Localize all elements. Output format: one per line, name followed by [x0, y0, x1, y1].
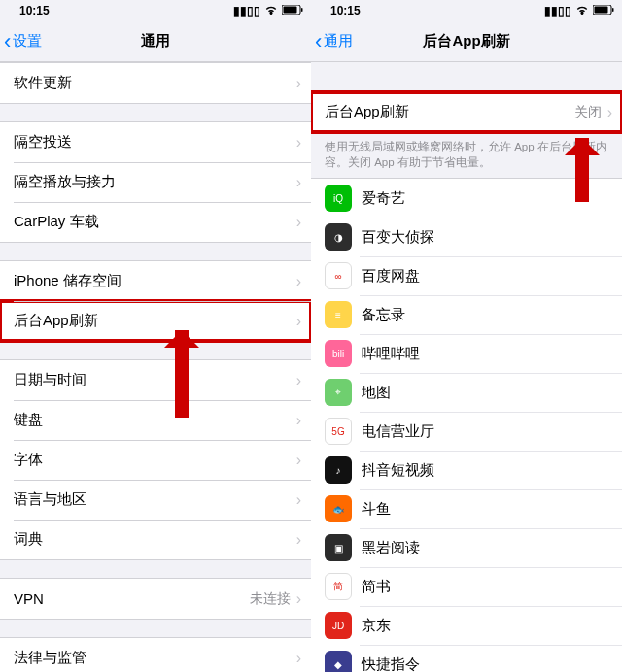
- app-row[interactable]: ⌖地图: [311, 373, 622, 412]
- app-row[interactable]: JD京东: [311, 606, 622, 645]
- svg-rect-2: [301, 8, 303, 12]
- back-button[interactable]: ‹ 设置: [0, 31, 42, 52]
- chevron-left-icon: ‹: [4, 31, 11, 52]
- row-label: iPhone 储存空间: [14, 272, 296, 290]
- app-icon: ◆: [325, 651, 352, 672]
- row-label: 隔空播放与接力: [14, 173, 296, 191]
- app-row[interactable]: 简简书: [311, 567, 622, 606]
- back-label: 通用: [324, 32, 353, 50]
- status-icons: ▮▮▯▯: [544, 4, 614, 17]
- app-name: 地图: [362, 384, 622, 402]
- wifi-icon: [264, 4, 278, 17]
- settings-row[interactable]: 隔空播放与接力›: [0, 162, 311, 202]
- settings-row[interactable]: 隔空投送›: [0, 122, 311, 162]
- wifi-icon: [575, 4, 589, 17]
- app-icon: ⌖: [325, 379, 352, 406]
- app-row[interactable]: ◆快捷指令: [311, 645, 622, 672]
- chevron-right-icon: ›: [296, 531, 301, 549]
- app-row[interactable]: 5G电信营业厅: [311, 412, 622, 451]
- row-label: CarPlay 车载: [14, 213, 296, 231]
- settings-row[interactable]: 语言与地区›: [0, 480, 311, 520]
- app-icon: ∞: [325, 262, 352, 289]
- page-title: 后台App刷新: [311, 32, 622, 50]
- row-label: 后台App刷新: [14, 312, 296, 330]
- app-name: 电信营业厅: [362, 422, 622, 441]
- app-name: 简书: [362, 578, 622, 596]
- app-row[interactable]: ▣黑岩阅读: [311, 528, 622, 567]
- app-row[interactable]: ≡备忘录: [311, 295, 622, 334]
- arrow-annotation: [575, 138, 589, 202]
- app-icon: iQ: [325, 185, 352, 212]
- chevron-right-icon: ›: [296, 174, 301, 191]
- status-icons: ▮▮▯▯: [233, 4, 303, 17]
- app-name: 百变大侦探: [362, 228, 622, 247]
- chevron-right-icon: ›: [296, 372, 301, 389]
- row-label: 字体: [14, 451, 296, 469]
- svg-rect-4: [595, 7, 608, 14]
- settings-row[interactable]: 后台App刷新›: [0, 301, 311, 341]
- battery-icon: [282, 4, 303, 17]
- svg-rect-1: [284, 7, 297, 14]
- status-bar: 10:15 ▮▮▯▯: [0, 0, 311, 21]
- settings-row[interactable]: 日期与时间›: [0, 360, 311, 400]
- app-icon: ♪: [325, 456, 352, 484]
- app-row[interactable]: 🐟斗鱼: [311, 489, 622, 528]
- signal-icon: ▮▮▯▯: [544, 4, 571, 17]
- app-icon: ≡: [325, 301, 352, 328]
- back-label: 设置: [13, 32, 42, 50]
- app-row[interactable]: ♪抖音短视频: [311, 451, 622, 489]
- chevron-right-icon: ›: [296, 650, 301, 667]
- status-time: 10:15: [19, 4, 50, 17]
- app-icon: ▣: [325, 534, 352, 561]
- settings-row[interactable]: iPhone 储存空间›: [0, 261, 311, 301]
- row-value: 未连接: [250, 590, 291, 608]
- row-label: 语言与地区: [14, 490, 296, 509]
- screen-right: 10:15 ▮▮▯▯ ‹ 通用 后台App刷新 后台App刷新 关闭 › 使用无…: [311, 0, 622, 672]
- row-label: 日期与时间: [14, 371, 296, 389]
- row-value: 关闭: [574, 104, 602, 121]
- app-icon: 简: [325, 573, 352, 600]
- chevron-right-icon: ›: [296, 273, 301, 290]
- settings-row[interactable]: 字体›: [0, 440, 311, 480]
- chevron-right-icon: ›: [296, 491, 301, 509]
- row-label: VPN: [14, 590, 250, 607]
- svg-rect-5: [612, 8, 614, 12]
- app-name: 备忘录: [362, 306, 622, 324]
- app-icon: ◑: [325, 223, 352, 251]
- chevron-left-icon: ‹: [315, 31, 322, 52]
- row-label: 键盘: [14, 411, 296, 429]
- app-row[interactable]: ∞百度网盘: [311, 256, 622, 295]
- battery-icon: [593, 4, 614, 17]
- app-name: 百度网盘: [362, 267, 622, 286]
- app-name: 京东: [362, 617, 622, 635]
- app-icon: 🐟: [325, 495, 352, 522]
- nav-bar: ‹ 通用 后台App刷新: [311, 21, 622, 62]
- app-row[interactable]: bili哔哩哔哩: [311, 334, 622, 373]
- settings-row[interactable]: VPN未连接›: [0, 579, 311, 619]
- app-icon: JD: [325, 612, 352, 639]
- chevron-right-icon: ›: [296, 452, 301, 469]
- page-title: 通用: [0, 32, 311, 50]
- settings-row[interactable]: 键盘›: [0, 400, 311, 440]
- app-name: 哔哩哔哩: [362, 345, 622, 363]
- status-bar: 10:15 ▮▮▯▯: [311, 0, 622, 21]
- app-row[interactable]: ◑百变大侦探: [311, 218, 622, 256]
- app-name: 抖音短视频: [362, 461, 622, 480]
- settings-row[interactable]: 软件更新›: [0, 63, 311, 103]
- settings-row[interactable]: CarPlay 车载›: [0, 202, 311, 242]
- arrow-annotation: [175, 330, 189, 418]
- chevron-right-icon: ›: [607, 104, 612, 121]
- chevron-right-icon: ›: [296, 75, 301, 92]
- chevron-right-icon: ›: [296, 412, 301, 429]
- back-button[interactable]: ‹ 通用: [311, 31, 353, 52]
- app-icon: 5G: [325, 418, 352, 445]
- app-icon: bili: [325, 340, 352, 367]
- row-label: 后台App刷新: [325, 103, 574, 121]
- chevron-right-icon: ›: [296, 590, 301, 608]
- screen-left: 10:15 ▮▮▯▯ ‹ 设置 通用 软件更新›隔空投送›隔空播放与接力›Car…: [0, 0, 311, 672]
- settings-row[interactable]: 法律与监管›: [0, 638, 311, 672]
- chevron-right-icon: ›: [296, 214, 301, 231]
- chevron-right-icon: ›: [296, 313, 301, 330]
- chevron-right-icon: ›: [296, 134, 301, 151]
- settings-row[interactable]: 词典›: [0, 520, 311, 559]
